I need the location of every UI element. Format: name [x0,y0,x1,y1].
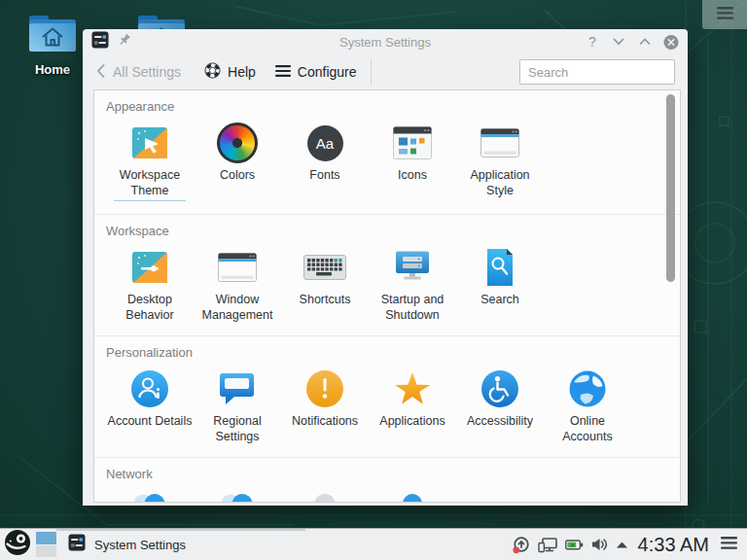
back-all-settings-button[interactable]: All Settings [95,63,181,82]
search-doc-icon [484,247,516,288]
task-label: System Settings [94,538,186,552]
cloud-blue-icon [130,490,169,503]
item-label: Account Details [108,413,193,429]
volume-icon[interactable] [590,537,609,552]
taskbar-task-system-settings[interactable]: System Settings [58,529,305,560]
item-label: Online Accounts [544,413,631,444]
app-window-icon [218,247,257,288]
folder-icon [26,12,79,60]
item-label: Shortcuts [300,292,351,307]
item-label: Application Style [456,167,544,198]
settings-item-regional-settings[interactable]: Regional Settings [194,368,281,444]
pager-desktop-2[interactable] [36,545,56,557]
settings-item-search[interactable]: Search [456,247,544,323]
settings-item[interactable] [369,490,456,503]
window-help-button[interactable]: ? [585,34,600,50]
settings-item-account-details[interactable]: Account Details [106,368,194,444]
settings-item[interactable] [106,490,194,503]
help-button-label: Help [228,64,256,80]
section-network: Network [94,457,680,503]
notification-icon [305,368,344,409]
settings-item-applications[interactable]: Applications [369,368,456,444]
settings-item[interactable] [281,490,369,503]
settings-item-shortcuts[interactable]: Shortcuts [281,247,369,323]
section-title: Appearance [106,99,668,114]
configure-button-label: Configure [298,64,357,80]
scrollbar-thumb[interactable] [666,94,675,282]
workspace-theme-icon [130,122,169,163]
desktop-icon-label: Home [35,62,70,77]
titlebar[interactable]: System Settings ? [83,29,688,54]
configure-button[interactable]: Configure [275,64,357,80]
cloud-blue-icon [218,490,257,503]
device-connect-icon[interactable] [538,537,558,553]
item-label: Startup and Shutdown [369,292,456,323]
section-appearance: Appearance Workspace Theme Colors Aa Fon… [94,90,680,214]
settings-item-notifications[interactable]: Notifications [281,368,369,444]
expand-caret-icon[interactable] [616,541,628,549]
window-maximize-button[interactable] [637,34,653,50]
panel-menu-button[interactable] [721,536,737,553]
help-button[interactable]: Help [204,62,256,82]
section-title: Workspace [106,224,668,238]
settings-item-workspace-theme[interactable]: Workspace Theme [106,122,194,201]
item-label: Notifications [292,413,358,429]
selection-underline [114,200,186,201]
settings-item-fonts[interactable]: Aa Fonts [281,122,369,201]
chevron-left-icon [95,63,106,82]
settings-item-icons[interactable]: Icons [369,122,456,201]
virtual-desktop-pager[interactable] [36,532,56,557]
settings-item[interactable] [194,490,281,503]
settings-item-application-style[interactable]: Application Style [456,122,544,201]
pin-icon[interactable] [118,33,131,51]
settings-item-desktop-behavior[interactable]: Desktop Behavior [106,247,194,323]
app-window-icon [480,122,519,163]
settings-item-window-management[interactable]: Window Management [194,247,281,323]
item-label: Regional Settings [194,413,281,444]
updates-icon[interactable] [512,536,531,554]
desktop-folder-home[interactable]: Home [21,12,84,77]
item-label: Applications [379,413,445,429]
pager-desktop-1-active[interactable] [36,532,56,544]
digital-clock[interactable]: 4:33 AM [638,534,709,556]
desktop-behavior-icon [130,247,169,288]
desktop-toolbox-button[interactable] [702,0,747,29]
settings-item-colors[interactable]: Colors [194,122,281,201]
color-wheel-icon [217,122,258,163]
hamburger-icon [721,536,737,553]
window-minimize-button[interactable] [611,34,626,50]
battery-icon[interactable] [565,538,584,552]
system-settings-app-icon [68,534,86,555]
search-input[interactable] [519,59,675,85]
lifebuoy-help-icon [204,62,221,82]
item-label: Desktop Behavior [106,292,194,323]
hamburger-icon [275,64,291,80]
accessibility-icon [480,368,519,409]
system-settings-window: System Settings ? All Settings Help Conf… [83,29,688,506]
item-label: Colors [220,167,255,183]
section-personalization: Personalization Account Details Regional… [94,335,680,457]
item-label: Search [480,292,519,307]
item-label: Icons [398,167,427,183]
section-workspace: Workspace Desktop Behavior Window Manage… [94,214,680,335]
settings-item-startup-and-shutdown[interactable]: Startup and Shutdown [369,247,456,323]
application-launcher-button[interactable] [4,531,31,558]
dome-gray-icon [305,490,344,503]
section-title: Network [106,467,668,481]
toolbar-separator [371,58,372,86]
keyboard-icon [303,247,346,288]
opensuse-logo-icon [4,529,31,560]
window-close-button[interactable] [663,34,679,50]
settings-item-accessibility[interactable]: Accessibility [456,368,544,444]
toolbar: All Settings Help Configure [83,54,688,89]
startup-icon [391,247,434,288]
settings-item-online-accounts[interactable]: Online Accounts [544,368,631,444]
section-title: Personalization [106,345,668,360]
chat-bubble-icon [218,368,257,409]
taskbar: System Settings 4:33 AM [0,528,747,560]
window-app-icon[interactable] [91,31,109,52]
system-tray [512,536,628,554]
globe-icon [568,368,607,409]
item-label: Window Management [194,292,281,323]
settings-category-view: Appearance Workspace Theme Colors Aa Fon… [93,89,681,503]
